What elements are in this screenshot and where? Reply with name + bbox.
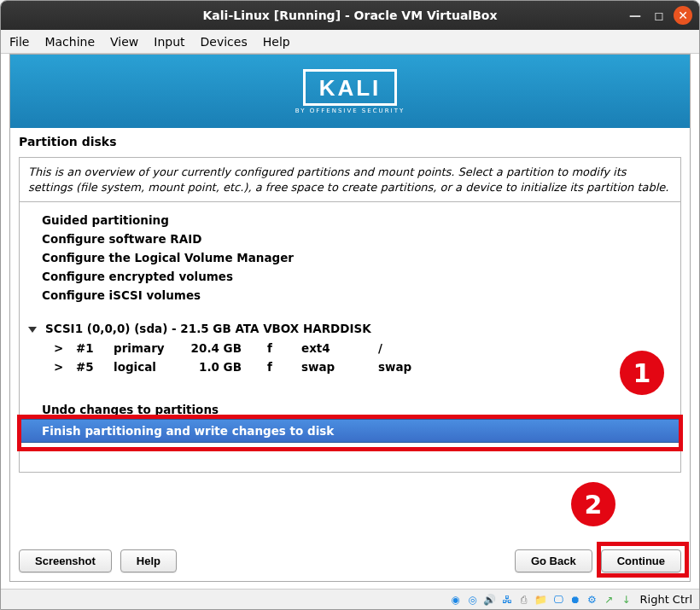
keyboard-capture-icon[interactable]: ↓ <box>620 593 633 607</box>
kali-banner: KALI BY OFFENSIVE SECURITY <box>10 55 690 128</box>
menu-devices[interactable]: Devices <box>201 35 248 49</box>
partition-flag: f <box>267 341 301 355</box>
page-title: Partition disks <box>10 128 690 157</box>
shared-folder-icon[interactable]: 📁 <box>534 593 548 607</box>
expand-triangle-icon <box>28 327 37 333</box>
option-encrypted-volumes[interactable]: Configure encrypted volumes <box>20 267 680 286</box>
option-guided-partitioning[interactable]: Guided partitioning <box>20 211 680 229</box>
close-button[interactable]: ✕ <box>674 6 692 25</box>
disk-header-label: SCSI1 (0,0,0) (sda) - 21.5 GB ATA VBOX H… <box>45 322 371 335</box>
cpu-icon[interactable]: ⚙ <box>586 593 599 607</box>
menu-input[interactable]: Input <box>154 35 184 49</box>
menu-help[interactable]: Help <box>263 35 290 49</box>
partition-mount: swap <box>378 360 446 374</box>
option-lvm[interactable]: Configure the Logical Volume Manager <box>20 248 680 267</box>
hard-disk-icon[interactable]: ◉ <box>449 593 463 607</box>
annotation-badge-1: 1 <box>620 351 664 395</box>
vm-statusbar: ◉ ◎ 🔊 🖧 ⎙ 📁 🖵 ⏺ ⚙ ↗ ↓ Right Ctrl <box>1 589 699 609</box>
button-row: Screenshot Help Go Back Continue <box>10 541 690 581</box>
partition-size: 20.4 GB <box>190 341 267 355</box>
app-window: Kali-Linux [Running] - Oracle VM Virtual… <box>0 0 700 610</box>
partition-fs: ext4 <box>301 341 378 355</box>
menu-view[interactable]: View <box>110 35 138 49</box>
partition-mount: / <box>378 341 446 355</box>
partition-row[interactable]: > #1 primary 20.4 GB f ext4 / <box>20 339 680 357</box>
display-icon[interactable]: 🖵 <box>551 593 565 607</box>
recording-icon[interactable]: ⏺ <box>569 593 582 607</box>
window-controls: — ◻ ✕ <box>626 6 692 25</box>
annotation-highlight-1 <box>17 415 683 451</box>
menu-machine[interactable]: Machine <box>44 35 95 49</box>
goback-button[interactable]: Go Back <box>515 549 592 572</box>
host-key-label: Right Ctrl <box>640 593 693 606</box>
mouse-integration-icon[interactable]: ↗ <box>603 593 616 607</box>
partition-type: primary <box>114 341 190 355</box>
partition-flag: f <box>267 360 301 374</box>
partition-number: #1 <box>76 341 114 355</box>
kali-logo: KALI BY OFFENSIVE SECURITY <box>295 69 405 114</box>
disk-header[interactable]: SCSI1 (0,0,0) (sda) - 21.5 GB ATA VBOX H… <box>20 318 680 339</box>
audio-icon[interactable]: 🔊 <box>483 593 497 607</box>
kali-logo-subtext: BY OFFENSIVE SECURITY <box>295 107 405 114</box>
menu-file[interactable]: File <box>9 35 29 49</box>
annotation-highlight-2 <box>597 542 689 578</box>
partition-arrow: > <box>54 341 76 355</box>
usb-icon[interactable]: ⎙ <box>517 593 531 607</box>
option-iscsi-volumes[interactable]: Configure iSCSI volumes <box>20 286 680 305</box>
screenshot-button[interactable]: Screenshot <box>19 549 112 572</box>
partition-row[interactable]: > #5 logical 1.0 GB f swap swap <box>20 357 680 376</box>
titlebar: Kali-Linux [Running] - Oracle VM Virtual… <box>1 1 699 30</box>
partition-arrow: > <box>54 360 76 374</box>
kali-logo-text: KALI <box>319 75 382 102</box>
intro-text: This is an overview of your currently co… <box>19 157 681 201</box>
partition-type: logical <box>114 360 190 374</box>
minimize-button[interactable]: — <box>626 6 645 25</box>
network-icon[interactable]: 🖧 <box>500 593 514 607</box>
optical-disk-icon[interactable]: ◎ <box>466 593 480 607</box>
menubar: File Machine View Input Devices Help <box>1 30 699 54</box>
partition-number: #5 <box>76 360 114 374</box>
partition-size: 1.0 GB <box>190 360 267 374</box>
option-software-raid[interactable]: Configure software RAID <box>20 229 680 248</box>
annotation-badge-2: 2 <box>571 482 615 526</box>
partition-fs: swap <box>301 360 378 374</box>
window-title: Kali-Linux [Running] - Oracle VM Virtual… <box>203 9 498 22</box>
help-button[interactable]: Help <box>120 549 177 572</box>
maximize-button[interactable]: ◻ <box>650 6 668 25</box>
